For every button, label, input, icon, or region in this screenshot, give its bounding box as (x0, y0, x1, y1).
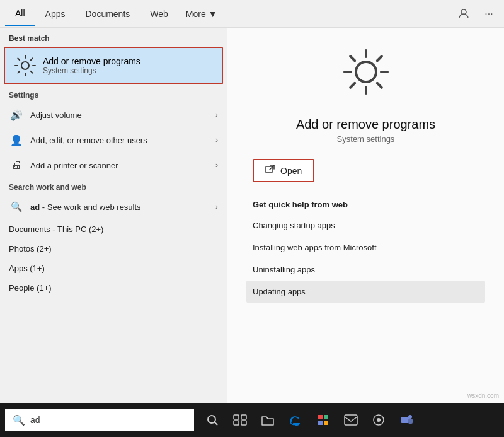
best-match-item[interactable]: Add or remove programs System settings (4, 47, 223, 84)
chevron-right-icon: › (215, 110, 218, 119)
tab-all[interactable]: All (5, 2, 35, 26)
svg-rect-8 (241, 421, 246, 425)
chevron-down-icon: ▼ (209, 9, 217, 19)
tab-bar: All Apps Documents Web More ▼ ··· (0, 0, 504, 28)
quick-help-item-1[interactable]: Installing web apps from Microsoft (246, 236, 485, 259)
category-people[interactable]: People (1+) (0, 278, 227, 298)
svg-rect-9 (318, 415, 323, 419)
taskbar-teams-btn[interactable] (393, 403, 420, 437)
gear-icon (14, 54, 37, 77)
add-users-text: Add, edit, or remove other users (30, 136, 215, 145)
quick-help-item-0[interactable]: Changing startup apps (246, 214, 485, 236)
quick-help-title: Get quick help from web (246, 200, 485, 209)
taskbar-search-icon: 🔍 (13, 414, 25, 426)
add-printer-text: Add a printer or scanner (30, 161, 215, 170)
web-search-text: ad - See work and web results (30, 202, 215, 212)
search-loop-icon: 🔍 (9, 199, 24, 214)
taskbar-search-btn[interactable] (199, 403, 226, 437)
left-panel: Best match Add or remove programs System… (0, 28, 227, 403)
tab-documents[interactable]: Documents (75, 3, 140, 25)
taskbar-edge-btn[interactable] (282, 403, 309, 437)
printer-icon: 🖨 (9, 158, 24, 173)
content-area: Best match Add or remove programs System… (0, 28, 504, 403)
web-search-label: Search work and web (0, 178, 227, 194)
taskbar-task-view-btn[interactable] (227, 403, 253, 437)
main-container: All Apps Documents Web More ▼ ··· Best m… (0, 0, 504, 437)
taskbar-search-box[interactable]: 🔍 (5, 409, 194, 431)
tab-web[interactable]: Web (140, 3, 178, 25)
category-photos[interactable]: Photos (2+) (0, 239, 227, 259)
best-match-label: Best match (0, 28, 227, 45)
svg-point-1 (21, 62, 29, 69)
svg-point-17 (408, 415, 412, 419)
category-documents[interactable]: Documents - This PC (2+) (0, 219, 227, 239)
category-apps[interactable]: Apps (1+) (0, 259, 227, 278)
quick-help-item-2[interactable]: Uninstalling apps (246, 259, 485, 281)
tab-bar-right: ··· (454, 4, 499, 24)
svg-rect-11 (318, 421, 323, 425)
svg-rect-13 (345, 415, 357, 425)
svg-rect-10 (324, 415, 328, 419)
svg-point-15 (377, 418, 381, 422)
taskbar-icon6[interactable] (365, 403, 392, 437)
app-title-large: Add or remove programs (296, 117, 435, 132)
taskbar: 🔍 (0, 403, 504, 437)
svg-rect-12 (324, 421, 328, 425)
person-icon: 👤 (9, 132, 24, 148)
best-match-subtitle: System settings (43, 66, 140, 75)
add-users-item[interactable]: 👤 Add, edit, or remove other users › (0, 127, 227, 153)
open-button[interactable]: Open (253, 159, 314, 182)
taskbar-icons (199, 403, 420, 437)
taskbar-store-btn[interactable] (310, 403, 336, 437)
chevron-right-icon-4: › (215, 202, 218, 211)
tab-apps[interactable]: Apps (35, 3, 76, 25)
add-printer-item[interactable]: 🖨 Add a printer or scanner › (0, 153, 227, 178)
quick-help-item-3[interactable]: Updating apps (246, 281, 485, 303)
tab-more[interactable]: More ▼ (178, 3, 225, 25)
open-button-label: Open (280, 166, 302, 176)
svg-rect-16 (401, 417, 409, 423)
settings-label: Settings (0, 86, 227, 102)
best-match-text: Add or remove programs System settings (43, 56, 140, 75)
web-search-item[interactable]: 🔍 ad - See work and web results › (0, 194, 227, 219)
volume-icon: 🔊 (9, 107, 24, 122)
svg-rect-7 (234, 421, 239, 425)
open-button-icon (265, 165, 275, 177)
app-subtitle: System settings (337, 134, 395, 144)
adjust-volume-text: Adjust volume (30, 110, 215, 120)
svg-rect-6 (241, 415, 246, 419)
best-match-title: Add or remove programs (43, 56, 140, 66)
adjust-volume-item[interactable]: 🔊 Adjust volume › (0, 102, 227, 127)
quick-help-section: Get quick help from web Changing startup… (240, 200, 491, 303)
taskbar-search-input[interactable] (30, 415, 186, 425)
chevron-right-icon-3: › (215, 161, 218, 170)
more-options-btn[interactable]: ··· (479, 4, 499, 24)
right-panel: Add or remove programs System settings O… (227, 28, 504, 403)
taskbar-file-explorer-btn[interactable] (255, 403, 281, 437)
user-icon-btn[interactable] (454, 4, 474, 24)
taskbar-mail-btn[interactable] (338, 403, 364, 437)
app-icon-large (341, 47, 391, 107)
svg-rect-18 (408, 419, 413, 424)
svg-rect-5 (234, 415, 239, 419)
chevron-right-icon-2: › (215, 136, 218, 144)
svg-point-2 (356, 62, 376, 82)
